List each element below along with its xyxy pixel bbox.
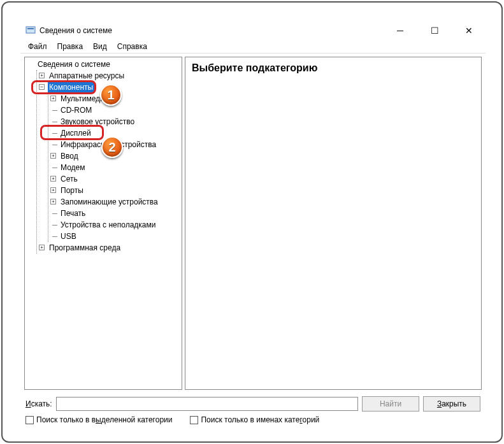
tree-label: Дисплей <box>59 127 92 139</box>
svg-rect-0 <box>26 27 35 33</box>
find-button[interactable]: Найти <box>362 396 419 412</box>
expand-icon[interactable]: + <box>50 176 56 182</box>
window-title: Сведения о системе <box>40 26 389 35</box>
tree-item-cdrom[interactable]: CD-ROM <box>50 104 180 116</box>
tree-label: Мультимедиа <box>59 93 110 104</box>
checkbox-label: Поиск только в именах категорий <box>201 415 319 424</box>
tree-label: Печать <box>59 208 87 219</box>
tree-item-modem[interactable]: Модем <box>50 162 180 173</box>
maximize-button[interactable]: ☐ <box>423 25 446 36</box>
tree-item-display[interactable]: Дисплей <box>50 127 180 139</box>
tree-item-usb[interactable]: USB <box>50 231 180 242</box>
tree-label: Модем <box>59 162 86 173</box>
tree-label: Программная среда <box>48 242 122 254</box>
tree-item-infrared[interactable]: Инфракрасные устройства <box>50 139 180 150</box>
search-bar: Искать: Найти Закрыть Поиск только в выд… <box>20 392 486 429</box>
tree-label: Ввод <box>59 150 80 162</box>
tree-label: Сведения о системе <box>36 59 112 70</box>
search-label: Искать: <box>25 399 52 408</box>
tree-item-problem-devices[interactable]: Устройства с неполадками <box>50 219 180 231</box>
search-selected-category-checkbox[interactable]: Поиск только в выделенной категории <box>25 415 172 424</box>
expand-icon[interactable]: + <box>39 73 45 78</box>
expand-icon[interactable]: + <box>50 96 56 101</box>
category-tree[interactable]: Сведения о системе + Аппаратные ресурсы … <box>24 57 182 390</box>
titlebar: Сведения о системе ─ ☐ ✕ <box>20 22 486 39</box>
tree-item-ports[interactable]: +Порты <box>50 185 180 196</box>
tree-item-sound[interactable]: Звуковое устройство <box>50 116 180 127</box>
menu-help[interactable]: Справка <box>115 41 150 52</box>
minimize-button[interactable]: ─ <box>389 25 412 36</box>
app-icon <box>25 25 36 36</box>
details-pane: Выберите подкатегорию <box>185 57 482 390</box>
menubar: Файл Правка Вид Справка <box>20 39 486 54</box>
collapse-icon[interactable]: − <box>39 84 45 90</box>
tree-label: CD-ROM <box>59 104 93 116</box>
tree-item-storage[interactable]: +Запоминающие устройства <box>50 196 180 208</box>
tree-label: Компоненты <box>48 82 94 93</box>
tree-item-multimedia[interactable]: +Мультимедиа <box>50 93 180 104</box>
checkbox-icon <box>25 416 34 424</box>
tree-label: Порты <box>59 185 85 196</box>
tree-item-software-env[interactable]: + Программная среда <box>39 242 180 254</box>
expand-icon[interactable]: + <box>50 199 56 204</box>
menu-view[interactable]: Вид <box>90 41 110 52</box>
close-button[interactable]: ✕ <box>457 25 480 36</box>
tree-root[interactable]: Сведения о системе + Аппаратные ресурсы … <box>27 59 180 254</box>
tree-item-input[interactable]: +Ввод <box>50 150 180 162</box>
tree-item-printing[interactable]: Печать <box>50 208 180 219</box>
system-info-window: Сведения о системе ─ ☐ ✕ Файл Правка Вид… <box>20 22 486 429</box>
tree-item-hw-resources[interactable]: + Аппаратные ресурсы <box>39 70 180 82</box>
svg-rect-1 <box>27 28 34 29</box>
expand-icon[interactable]: + <box>50 153 56 159</box>
checkbox-icon <box>190 416 198 424</box>
tree-label: Сеть <box>59 173 79 185</box>
details-heading: Выберите подкатегорию <box>192 62 475 74</box>
search-names-only-checkbox[interactable]: Поиск только в именах категорий <box>190 415 319 424</box>
tree-label: Звуковое устройство <box>59 116 136 127</box>
expand-icon[interactable]: + <box>50 187 56 193</box>
tree-item-network[interactable]: +Сеть <box>50 173 180 185</box>
tree-item-components[interactable]: − Компоненты +Мультимедиа CD-ROM Звуково… <box>39 82 180 242</box>
tree-label: Инфракрасные устройства <box>59 139 157 150</box>
menu-file[interactable]: Файл <box>25 41 50 52</box>
tree-label: Устройства с неполадками <box>59 219 157 231</box>
tree-label: Аппаратные ресурсы <box>48 70 126 82</box>
search-input[interactable] <box>56 397 358 411</box>
expand-icon[interactable]: + <box>39 245 45 250</box>
menu-edit[interactable]: Правка <box>55 41 86 52</box>
close-search-button[interactable]: Закрыть <box>423 396 480 412</box>
tree-label: Запоминающие устройства <box>59 196 159 208</box>
tree-label: USB <box>59 231 78 242</box>
checkbox-label: Поиск только в выделенной категории <box>36 415 172 424</box>
